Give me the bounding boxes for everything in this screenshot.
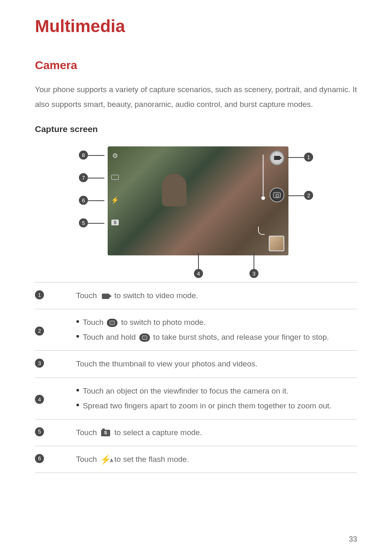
row2-b1-before: Touch (83, 318, 106, 327)
video-icon (274, 156, 280, 160)
row6-text-after: to set the flash mode. (114, 455, 189, 463)
callout-2: 2 (304, 191, 313, 200)
callout-6: 6 (79, 196, 88, 205)
shutter-button (270, 188, 284, 202)
flash-icon: ⚡ (111, 196, 119, 204)
camera-icon (139, 334, 150, 342)
camera-figure-container: ⚙ ⚡ 1 2 3 4 5 (35, 146, 357, 278)
mode-icon (111, 218, 119, 227)
row-number-1: 1 (35, 290, 44, 299)
bullet-icon: • (76, 384, 79, 396)
table-row: 6 Touch ⚡A to set the flash mode. (35, 446, 357, 473)
row4-b2: Spread two fingers apart to zoom in or p… (83, 398, 357, 413)
video-icon (100, 292, 111, 300)
switch-camera-icon (111, 173, 119, 181)
camera-figure: ⚙ ⚡ 1 2 3 4 5 (79, 146, 313, 278)
camera-icon (106, 319, 118, 327)
row6-text-before: Touch (76, 455, 99, 463)
zoom-slider (263, 155, 264, 196)
gesture-arrow (258, 227, 265, 235)
row5-text-before: Touch (76, 428, 99, 437)
row-number-3: 3 (35, 359, 44, 368)
row5-text-after: to select a capture mode. (114, 428, 202, 437)
callout-8: 8 (79, 151, 88, 160)
camera-icon (273, 192, 281, 198)
callout-1: 1 (304, 153, 313, 162)
description-table: 1 Touch to switch to video mode. 2 • Tou… (35, 282, 357, 473)
row-number-5: 5 (35, 427, 44, 436)
row4-b1: Touch an object on the viewfinder to foc… (83, 384, 357, 398)
camera-viewfinder: ⚙ ⚡ (108, 146, 288, 255)
table-row: 4 • Touch an object on the viewfinder to… (35, 378, 357, 419)
row2-b2-before: Touch and hold (83, 333, 138, 341)
row-number-4: 4 (35, 395, 44, 404)
section-heading-camera: Camera (35, 59, 357, 72)
table-row: 2 • Touch to switch to photo mode. • Tou… (35, 309, 357, 350)
table-row: 1 Touch to switch to video mode. (35, 282, 357, 309)
callout-4: 4 (194, 269, 203, 278)
bullet-icon: • (76, 315, 79, 328)
row-number-2: 2 (35, 327, 44, 336)
row2-b2-after: to take burst shots, and release your fi… (153, 333, 329, 341)
row3-text: Touch the thumbnail to view your photos … (76, 357, 357, 371)
callout-3: 3 (249, 269, 258, 278)
gallery-thumbnail (269, 236, 284, 251)
callout-7: 7 (79, 173, 88, 182)
row2-b1-after: to switch to photo mode. (121, 318, 206, 327)
callout-5: 5 (79, 218, 88, 227)
capture-screen-heading: Capture screen (35, 124, 357, 134)
page-title: Multimedia (35, 16, 357, 36)
settings-icon: ⚙ (111, 151, 119, 160)
bullet-icon: • (76, 398, 79, 411)
mode-icon: S (100, 429, 111, 437)
row-number-6: 6 (35, 454, 44, 463)
video-mode-button (270, 151, 284, 165)
flash-icon: ⚡A (100, 456, 111, 464)
page-number: 33 (349, 535, 357, 544)
bullet-icon: • (76, 330, 79, 343)
table-row: 5 Touch S to select a capture mode. (35, 419, 357, 446)
row1-text-after: to switch to video mode. (114, 291, 198, 300)
intro-text: Your phone supports a variety of capture… (35, 82, 357, 112)
table-row: 3 Touch the thumbnail to view your photo… (35, 350, 357, 377)
row1-text-before: Touch (76, 291, 99, 300)
